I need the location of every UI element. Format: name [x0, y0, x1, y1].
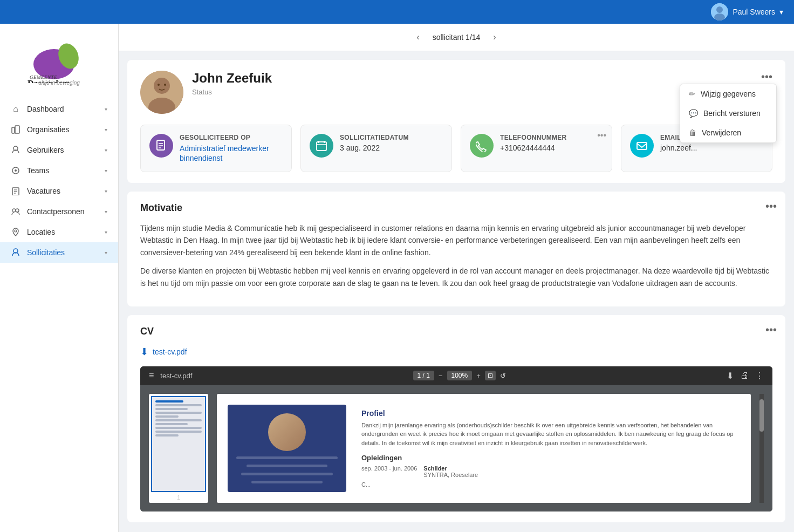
svg-rect-8	[15, 126, 19, 133]
motivatie-more-button[interactable]: •••	[765, 200, 777, 213]
phone-icon	[470, 134, 494, 158]
sidebar-item-sollicitaties[interactable]: Sollicitaties ▾	[0, 242, 118, 263]
info-card-value: +310624444444	[500, 144, 603, 152]
pdf-main-content: Profiel Dankzij mijn jarenlange ervaring…	[217, 394, 751, 503]
sidebar-item-teams[interactable]: Teams ▾	[0, 160, 118, 181]
cv-edu-school2: SYNTRA, Roeselare	[423, 472, 478, 478]
sidebar-item-label: Dashboard	[27, 105, 64, 113]
cv-profile-text: Dankzij mijn jarenlange ervaring als (on…	[361, 421, 736, 448]
sidebar-item-locaties[interactable]: Locaties ▾	[0, 222, 118, 242]
pdf-options-icon[interactable]: ⋮	[755, 371, 764, 381]
chevron-down-icon: ▾	[105, 168, 107, 174]
cv-person-avatar	[268, 413, 306, 451]
info-card-value-link[interactable]: Administratief medewerker binnendienst	[180, 144, 269, 162]
cv-edu-school: Schilder	[423, 465, 478, 472]
avatar	[711, 3, 728, 21]
cv-opleiding-title: Opleidingen	[361, 454, 736, 462]
profile-more-button[interactable]: •••	[757, 69, 777, 85]
svg-rect-33	[637, 142, 647, 149]
prev-button[interactable]: ‹	[412, 30, 423, 44]
sidebar-item-vacatures[interactable]: Vacatures ▾	[0, 181, 118, 201]
chevron-down-icon: ▾	[105, 127, 107, 133]
svg-point-24	[164, 84, 166, 86]
vacatures-icon	[11, 186, 20, 196]
dashboard-icon: ⌂	[11, 104, 20, 114]
organisaties-icon	[11, 125, 20, 134]
pagination-info: sollicitant 1/14	[433, 33, 481, 42]
dropdown-item-bericht[interactable]: 💬 Bericht versturen	[680, 104, 776, 123]
cv-edu-more: C...	[361, 481, 736, 488]
pdf-scrollbar[interactable]	[759, 394, 764, 503]
sidebar-item-gebruikers[interactable]: Gebruikers ▾	[0, 140, 118, 160]
svg-point-21	[154, 78, 170, 94]
chevron-down-icon: ▾	[105, 147, 107, 153]
profile-avatar	[140, 71, 183, 114]
user-chevron-icon: ▾	[779, 8, 783, 16]
chevron-down-icon: ▾	[105, 106, 107, 112]
svg-point-23	[158, 84, 160, 86]
info-card-more-button[interactable]: •••	[597, 131, 606, 140]
cv-left-panel	[228, 405, 346, 493]
pdf-viewer: ≡ test-cv.pdf 1 / 1 − 100% + ⊡ ↺ ⬇ 🖨	[140, 366, 772, 512]
pdf-fit-icon[interactable]: ⊡	[485, 371, 496, 380]
cv-download-link[interactable]: ⬇ test-cv.pdf	[140, 346, 772, 358]
svg-point-18	[15, 230, 17, 232]
pdf-zoom-value: 100%	[447, 371, 473, 380]
pdf-print-icon[interactable]: 🖨	[740, 371, 749, 380]
svg-point-11	[15, 169, 17, 172]
pdf-page-badge: 1 / 1	[413, 371, 434, 380]
gebruikers-icon	[11, 145, 20, 155]
chevron-down-icon: ▾	[105, 229, 107, 235]
sidebar-item-contactpersonen[interactable]: Contactpersonen ▾	[0, 201, 118, 222]
motivatie-section: Motivatie ••• Tijdens mijn studie Media …	[127, 192, 785, 306]
profile-header: John Zeefuik Status	[140, 71, 772, 114]
pdf-menu-icon[interactable]: ≡	[149, 371, 154, 380]
cv-edu-row: sep. 2003 - jun. 2006 Schilder SYNTRA, R…	[361, 465, 736, 478]
profile-status: Status	[192, 88, 272, 96]
pdf-toolbar: ≡ test-cv.pdf 1 / 1 − 100% + ⊡ ↺ ⬇ 🖨	[140, 366, 772, 385]
info-card-gesolliciteerd: Gesolliciteerd op Administratief medewer…	[140, 125, 292, 172]
dropdown-item-label: Bericht versturen	[703, 109, 761, 118]
sidebar-item-label: Vacatures	[27, 187, 60, 195]
pdf-zoom-minus[interactable]: −	[439, 372, 443, 380]
email-icon	[630, 134, 654, 158]
chevron-down-icon: ▾	[105, 250, 107, 256]
dropdown-item-label: Wijzig gegevens	[701, 90, 756, 98]
chevron-down-icon: ▾	[105, 209, 107, 215]
pdf-thumbnail[interactable]: 1	[149, 394, 208, 503]
svg-point-17	[16, 209, 19, 212]
svg-point-1	[716, 6, 723, 13]
cv-right-panel: Profiel Dankzij mijn jarenlange ervaring…	[357, 405, 740, 493]
sidebar-item-dashboard[interactable]: ⌂ Dashboard ▾	[0, 99, 118, 119]
profile-card: John Zeefuik Status ✏ Wijzig gegevens 💬 …	[127, 60, 785, 183]
cv-profile-title: Profiel	[361, 409, 736, 418]
cv-title: CV	[140, 326, 772, 337]
dropdown-item-verwijderen[interactable]: 🗑 Verwijderen	[680, 123, 776, 142]
pdf-download-icon[interactable]: ⬇	[727, 371, 734, 381]
chevron-down-icon: ▾	[105, 188, 107, 194]
edit-icon: ✏	[689, 90, 695, 98]
info-card-telefoon: Telefoonnummer +310624444444 •••	[461, 125, 612, 172]
svg-rect-25	[157, 140, 165, 150]
contactpersonen-icon	[11, 207, 20, 216]
download-icon: ⬇	[140, 346, 148, 358]
sidebar-item-label: Gebruikers	[27, 146, 64, 154]
next-button[interactable]: ›	[489, 30, 500, 44]
pdf-thumb-num: 1	[151, 494, 206, 501]
svg-rect-29	[317, 142, 326, 151]
svg-rect-7	[12, 127, 15, 133]
logo-graphic: GEMEENTE Dassendam	[24, 35, 94, 83]
pdf-rotate-icon[interactable]: ↺	[500, 372, 506, 380]
sidebar-nav: ⌂ Dashboard ▾ Organisaties ▾	[0, 94, 118, 532]
pdf-zoom-plus[interactable]: +	[476, 372, 481, 380]
sidebar-item-organisaties[interactable]: Organisaties ▾	[0, 119, 118, 140]
svg-point-16	[12, 209, 16, 212]
calendar-icon	[310, 134, 333, 158]
user-name-label: Paul Sweers	[733, 8, 775, 16]
cv-more-button[interactable]: •••	[765, 324, 777, 336]
motivatie-paragraph-2: De diverse klanten en projecten bij Webt…	[140, 265, 772, 289]
pdf-scrollbar-thumb[interactable]	[759, 399, 764, 432]
dropdown-item-wijzig[interactable]: ✏ Wijzig gegevens	[680, 84, 776, 104]
cv-edu-date: sep. 2003 - jun. 2006	[361, 465, 417, 478]
topbar-user[interactable]: Paul Sweers ▾	[711, 3, 783, 21]
